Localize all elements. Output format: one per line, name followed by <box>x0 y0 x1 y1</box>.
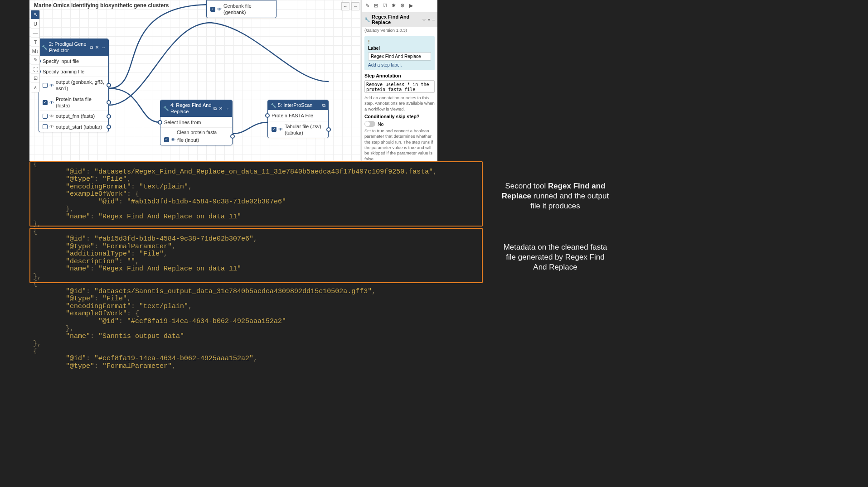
left-toolbar: ↖U—TM↓✎⛶⊡∧ <box>31 10 40 92</box>
add-step-label-link[interactable]: Add a step label. <box>368 63 402 68</box>
code-line: "@id": "#ab15d3fd-b1db-4584-9c38-71de02b… <box>29 198 483 206</box>
code-line: "@id": "#ab15d3fd-b1db-4584-9c38-71de02b… <box>29 236 483 243</box>
node-header[interactable]: 🔧 5: InterProScan ⧉ <box>268 100 328 110</box>
sidebar-toolbar: ✎⊞☑✱⚙▶ <box>364 2 435 10</box>
eye-icon[interactable]: 👁 <box>49 124 54 130</box>
code-line: "encodingFormat": "text/plain", <box>29 303 483 311</box>
output-row: 👁 output_fnn (fasta) <box>39 111 108 121</box>
input-row: Specify input file <box>39 56 108 66</box>
code-line: "@type": "File", <box>29 295 483 303</box>
annotation-2: Metadata on the cleaned fasta file gener… <box>499 242 612 272</box>
eye-icon[interactable]: 👁 <box>171 137 175 143</box>
code-line: }, <box>29 325 483 333</box>
clone-icon[interactable]: ⧉ <box>322 102 325 108</box>
code-line: "@id": "datasets/Regex_Find_And_Replace_… <box>29 169 483 176</box>
label-input[interactable] <box>368 52 431 61</box>
tool-button-3[interactable]: T <box>31 38 39 47</box>
eye-icon[interactable]: 👁 <box>49 113 54 119</box>
wrench-icon: 🔧 <box>163 106 169 111</box>
code-line: }, <box>29 273 483 281</box>
warning-icon: ! <box>368 39 431 44</box>
eye-icon[interactable]: 👁 <box>217 6 222 12</box>
close-icon[interactable]: ✕ <box>219 106 223 111</box>
nav-back-button[interactable]: ← <box>341 2 349 10</box>
output-row: ✓ 👁 Tabular file (.tsv) (tabular) <box>268 121 328 138</box>
node-interproscan[interactable]: 🔧 5: InterProScan ⧉ Protein FASTA File ✓… <box>267 100 329 138</box>
eye-icon[interactable]: 👁 <box>49 100 54 106</box>
clone-icon[interactable]: ⧉ <box>90 44 93 50</box>
node-header[interactable]: 🔧 4: Regex Find And Replace ⧉ ✕ → <box>160 100 232 117</box>
input-row: Protein FASTA File <box>268 110 328 121</box>
tool-button-6[interactable]: ⛶ <box>31 65 39 74</box>
step-annotation-input[interactable] <box>364 80 435 93</box>
node-prodigal[interactable]: 🔧 2: Prodigal Gene Predictor ⧉ ✕ → Speci… <box>39 39 109 132</box>
tool-button-4[interactable]: M↓ <box>31 47 39 56</box>
skip-help: Set to true and connect a boolean parame… <box>364 128 435 161</box>
output-checkbox[interactable]: ✓ <box>43 100 48 105</box>
output-checkbox[interactable] <box>43 124 48 129</box>
tool-button-8[interactable]: ∧ <box>31 83 39 92</box>
workflow-title: Marine Omics identifying biosynthetic ge… <box>34 2 169 9</box>
minimize-icon[interactable]: – <box>432 17 435 22</box>
label-heading: Label <box>368 46 431 51</box>
code-line: "additionalType": "File", <box>29 251 483 258</box>
code-line: "@type": "File", <box>29 176 483 183</box>
sidebar-tool-4[interactable]: ⚙ <box>400 3 405 9</box>
skip-step-label: Conditionally skip step? <box>364 114 435 119</box>
arrow-icon[interactable]: → <box>101 44 106 50</box>
sidebar-tool-3[interactable]: ✱ <box>392 3 396 9</box>
close-icon[interactable]: ✕ <box>95 44 99 50</box>
output-checkbox[interactable] <box>43 83 48 88</box>
output-checkbox[interactable]: ✓ <box>210 7 215 12</box>
tool-button-5[interactable]: ✎ <box>31 56 39 65</box>
wrench-icon: 🔧 <box>271 102 276 108</box>
step-annotation-label: Step Annotation <box>364 73 435 78</box>
code-line: "encodingFormat": "text/plain", <box>29 183 483 191</box>
sidebar-tool-1[interactable]: ⊞ <box>374 3 378 9</box>
panel-header: 🔧 Regex Find And Replace ☆ ▾ – <box>362 12 437 27</box>
annotation-help: Add an annotation or notes to this step.… <box>364 95 435 112</box>
sidebar-tool-2[interactable]: ☑ <box>383 3 387 9</box>
output-row: 👁 output (genbank, gff3, asn1) <box>39 77 108 94</box>
star-icon[interactable]: ☆ <box>422 17 426 22</box>
workflow-editor: Marine Omics identifying biosynthetic ge… <box>29 0 437 161</box>
clone-icon[interactable]: ⧉ <box>213 106 217 111</box>
node-title: 5: InterProScan <box>278 102 320 108</box>
label-section: ! Label Add a step label. <box>364 36 435 70</box>
json-code-block: { "@id": "datasets/Regex_Find_And_Replac… <box>29 161 483 370</box>
arrow-icon[interactable]: → <box>225 106 229 111</box>
output-checkbox[interactable] <box>43 114 48 119</box>
node-header[interactable]: 🔧 2: Prodigal Gene Predictor ⧉ ✕ → <box>39 39 108 56</box>
output-row: 👁 output_start (tabular) <box>39 121 108 132</box>
eye-icon[interactable]: 👁 <box>278 126 283 132</box>
output-row: Clean protein fasta ✓ 👁 file (input) <box>160 127 232 145</box>
tool-button-1[interactable]: U <box>31 19 39 29</box>
code-line: "name": "Regex Find And Replace on data … <box>29 265 483 273</box>
version-label: (Galaxy Version 1.0.3) <box>364 28 435 33</box>
input-row: Select lines from <box>160 117 232 127</box>
code-line: "@id": "#ccf8fa19-14ea-4634-b062-4925aaa… <box>29 355 483 363</box>
output-row: ✓ 👁 Protein fasta file (fasta) <box>39 94 108 111</box>
node-genbank-input[interactable]: ✓ 👁 Genbank file (genbank) <box>206 0 276 18</box>
node-title: 4: Regex Find And Replace <box>170 102 212 115</box>
right-sidebar: ✎⊞☑✱⚙▶ 🔧 Regex Find And Replace ☆ ▾ – (G… <box>361 0 437 161</box>
annotation-1: Second tool Regex Find and Replace runne… <box>499 181 612 211</box>
tool-button-7[interactable]: ⊡ <box>31 74 39 83</box>
skip-value: No <box>378 121 383 127</box>
sidebar-tool-5[interactable]: ▶ <box>409 3 413 9</box>
code-line: }, <box>29 206 483 213</box>
chevron-down-icon[interactable]: ▾ <box>428 17 430 22</box>
node-regex[interactable]: 🔧 4: Regex Find And Replace ⧉ ✕ → Select… <box>160 100 233 145</box>
nav-forward-button[interactable]: → <box>351 2 359 10</box>
tool-button-0[interactable]: ↖ <box>31 10 39 19</box>
tool-button-2[interactable]: — <box>31 29 39 38</box>
code-line: { <box>29 348 483 356</box>
output-row: ✓ 👁 Genbank file (genbank) <box>207 0 276 18</box>
sidebar-tool-0[interactable]: ✎ <box>365 3 369 9</box>
eye-icon[interactable]: 👁 <box>49 82 54 88</box>
code-line: "description": "", <box>29 258 483 266</box>
code-line: { <box>29 280 483 288</box>
output-checkbox[interactable]: ✓ <box>272 127 276 132</box>
output-checkbox[interactable]: ✓ <box>164 137 169 142</box>
skip-toggle[interactable] <box>364 121 375 127</box>
